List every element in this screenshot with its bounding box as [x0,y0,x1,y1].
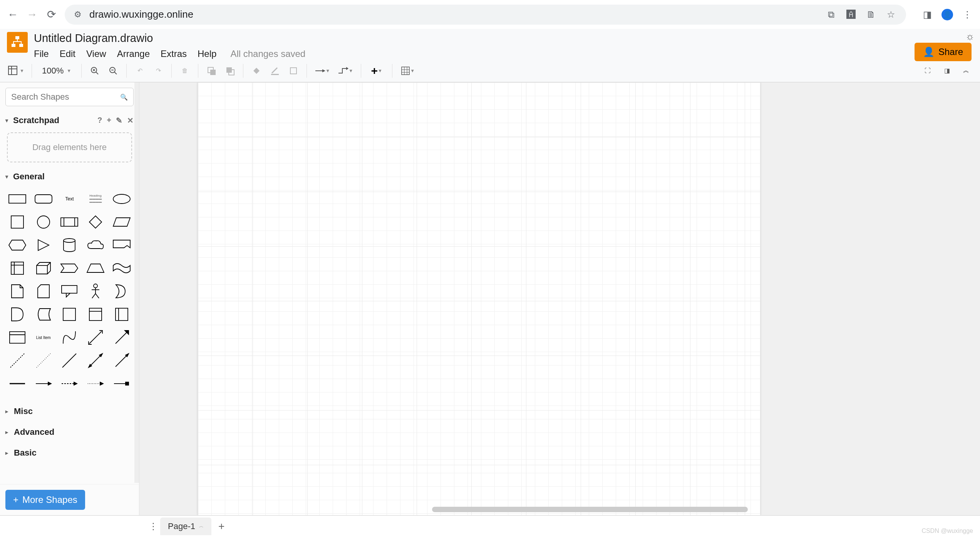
line-color-button[interactable] [268,64,282,78]
zoom-out-button[interactable] [106,64,120,78]
shape-cylinder[interactable] [58,235,82,255]
add-icon[interactable]: + [107,116,111,125]
back-button[interactable]: ← [7,9,18,20]
shape-horizontal-container[interactable] [110,304,134,325]
misc-header[interactable]: ▸Misc [0,401,139,422]
sidebar-scrollbar[interactable] [134,82,139,483]
general-header[interactable]: ▾ General [0,168,139,185]
canvas-page[interactable] [198,82,760,515]
format-panel-button[interactable]: ◨ [940,64,954,78]
shape-ellipse[interactable] [110,189,134,209]
reader-icon[interactable]: 🗎 [865,9,877,20]
shape-or[interactable] [110,281,134,302]
shape-line[interactable] [58,350,82,371]
shape-hexagon[interactable] [5,235,29,255]
table-button[interactable]: ▼ [399,64,417,78]
shape-callout[interactable] [58,281,82,302]
menu-view[interactable]: View [86,48,106,59]
sidepanel-icon[interactable]: ◨ [921,9,933,20]
insert-button[interactable]: +▼ [367,64,386,78]
shape-dashed-line[interactable] [5,350,29,371]
menu-extras[interactable]: Extras [161,48,187,59]
edit-icon[interactable]: ✎ [116,116,122,125]
shape-bidirectional-connector[interactable] [84,350,107,371]
canvas-area[interactable] [139,82,980,515]
shape-text[interactable]: Text [58,189,82,209]
shape-and[interactable] [5,304,29,325]
shape-parallelogram[interactable] [110,212,134,232]
shape-rectangle[interactable] [5,189,29,209]
waypoints-button[interactable]: ▼ [336,64,355,78]
collapse-button[interactable]: ︽ [959,64,973,78]
fullscreen-button[interactable]: ⛶ [921,64,935,78]
search-shapes-field[interactable]: 🔍 [5,88,134,106]
add-page-button[interactable]: + [218,520,224,533]
share-button[interactable]: 👤 Share [915,43,972,61]
shape-data-storage[interactable] [32,304,55,325]
pages-menu-icon[interactable]: ⋮ [149,521,158,532]
close-icon[interactable]: ✕ [127,116,134,125]
zoom-dropdown[interactable]: 100%▼ [38,66,75,76]
shape-square[interactable] [5,212,29,232]
chrome-menu-icon[interactable]: ⋮ [962,9,973,20]
shape-link-arrow[interactable] [32,373,55,394]
menu-edit[interactable]: Edit [60,48,75,59]
site-settings-icon[interactable]: ⚙ [74,10,82,20]
shape-curve[interactable] [58,327,82,348]
shape-note[interactable] [5,281,29,302]
redo-button[interactable]: ↷ [151,64,165,78]
shape-arrow[interactable] [110,327,134,348]
theme-toggle-icon[interactable]: ☼ [965,30,975,42]
shape-vertical-container[interactable] [84,304,107,325]
forward-button[interactable]: → [26,9,38,20]
shape-list[interactable] [5,327,29,348]
document-title[interactable]: Untitled Diagram.drawio [34,32,973,45]
shape-tape[interactable] [110,258,134,279]
shape-card[interactable] [32,281,55,302]
horizontal-scrollbar[interactable] [432,507,748,512]
shape-directional-connector[interactable] [110,350,134,371]
fill-color-button[interactable] [250,64,263,78]
scratchpad-header[interactable]: ▾ Scratchpad ? + ✎ ✕ [0,112,139,129]
shape-cube[interactable] [32,258,55,279]
chevron-up-icon[interactable]: ︿ [199,523,204,529]
zoom-in-button[interactable] [88,64,102,78]
shape-dotted-line[interactable] [32,350,55,371]
app-logo[interactable] [7,32,28,53]
address-bar[interactable]: ⚙ drawio.wuxingge.online ⧉ 🅰 🗎 ☆ [65,5,906,25]
page-tab-1[interactable]: Page-1︿ [160,518,211,535]
shape-bidirectional-arrow[interactable] [84,327,107,348]
advanced-header[interactable]: ▸Advanced [0,422,139,442]
delete-button[interactable]: 🗑 [178,64,192,78]
shape-actor[interactable] [84,281,107,302]
shape-dotted-arrow[interactable] [84,373,107,394]
help-icon[interactable]: ? [97,116,102,125]
shape-trapezoid[interactable] [84,258,107,279]
shape-container[interactable] [58,304,82,325]
menu-arrange[interactable]: Arrange [117,48,150,59]
more-shapes-button[interactable]: +More Shapes [5,490,85,510]
view-mode-button[interactable]: ▼ [7,64,25,78]
basic-header[interactable]: ▸Basic [0,442,139,463]
menu-file[interactable]: File [34,48,49,59]
connection-button[interactable]: ▼ [313,64,332,78]
shape-triangle[interactable] [32,235,55,255]
bookmark-star-icon[interactable]: ☆ [885,9,897,20]
shape-list-item[interactable]: List Item [32,327,55,348]
menu-help[interactable]: Help [198,48,216,59]
to-front-button[interactable] [204,64,218,78]
shape-step[interactable] [58,258,82,279]
open-external-icon[interactable]: ⧉ [825,9,837,20]
shape-circle[interactable] [32,212,55,232]
translate-icon[interactable]: 🅰 [845,9,857,20]
reload-button[interactable]: ⟳ [45,9,57,20]
shape-cloud[interactable] [84,235,107,255]
shape-link[interactable] [5,373,29,394]
shape-internal-storage[interactable] [5,258,29,279]
shape-rounded-rectangle[interactable] [32,189,55,209]
shape-connection-end[interactable] [110,373,134,394]
profile-avatar[interactable]: 👤 [941,9,953,20]
search-input[interactable] [11,92,120,102]
shape-process[interactable] [58,212,82,232]
shadow-button[interactable] [286,64,300,78]
